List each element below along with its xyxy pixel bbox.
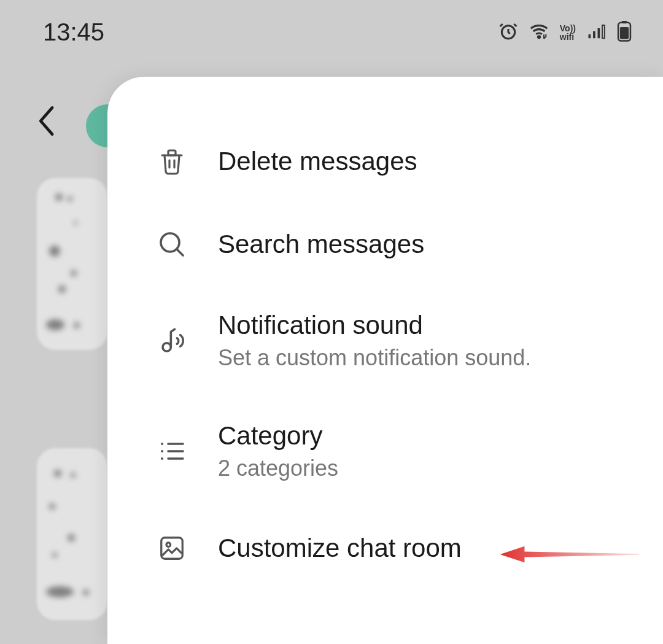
menu-item-delete-messages[interactable]: Delete messages (107, 120, 663, 203)
menu-item-label: Notification sound (218, 311, 531, 340)
alarm-icon (498, 21, 518, 44)
menu-item-customize-chat-room[interactable]: Customize chat room (107, 506, 663, 589)
svg-rect-8 (620, 26, 629, 39)
menu-item-subtitle: Set a custom notification sound. (218, 345, 531, 371)
wifi-icon (529, 21, 549, 44)
image-icon (157, 533, 187, 564)
svg-rect-3 (593, 31, 595, 38)
signal-icon (587, 22, 605, 43)
svg-rect-5 (602, 25, 605, 38)
menu-item-search-messages[interactable]: Search messages (107, 203, 663, 285)
list-icon (157, 436, 187, 467)
svg-point-1 (538, 36, 540, 37)
status-icons: Vo)) wifi (498, 21, 632, 44)
svg-point-15 (166, 542, 171, 546)
music-sound-icon (157, 325, 187, 356)
svg-point-10 (163, 343, 171, 351)
svg-rect-2 (589, 34, 591, 38)
menu-item-label: Category (218, 421, 338, 451)
battery-icon (616, 21, 632, 44)
status-time: 13:45 (43, 18, 104, 46)
svg-rect-14 (161, 537, 183, 559)
message-thumbnail (37, 178, 107, 350)
back-icon[interactable] (37, 104, 58, 140)
svg-point-13 (161, 457, 163, 460)
menu-item-category[interactable]: Category 2 categories (107, 396, 663, 506)
svg-rect-4 (598, 28, 600, 38)
status-bar: 13:45 Vo)) wifi (0, 0, 663, 52)
message-thumbnail (37, 448, 107, 620)
svg-point-12 (161, 450, 163, 452)
menu-item-subtitle: 2 categories (218, 456, 338, 481)
svg-point-11 (161, 443, 163, 445)
menu-item-label: Customize chat room (218, 533, 462, 563)
overflow-menu: Delete messages Search messages Notifica… (107, 77, 663, 644)
menu-item-label: Delete messages (218, 147, 417, 176)
trash-icon (157, 146, 187, 177)
menu-item-label: Search messages (218, 230, 424, 259)
menu-item-notification-sound[interactable]: Notification sound Set a custom notifica… (107, 285, 663, 396)
search-icon (157, 229, 187, 260)
vowifi-indicator: Vo)) wifi (560, 24, 576, 41)
